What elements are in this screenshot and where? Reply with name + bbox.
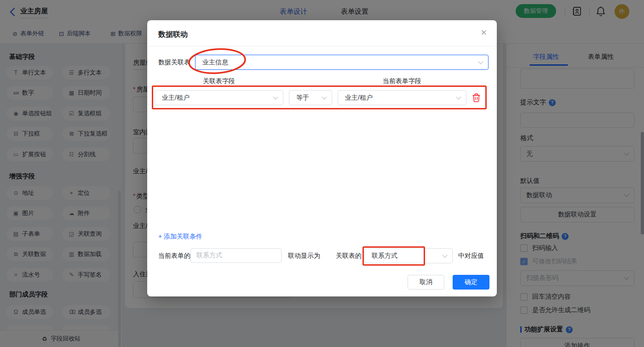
value-suffix-text: 中对应值 <box>458 248 484 263</box>
chevron-down-icon <box>322 94 327 99</box>
chevron-down-icon <box>478 59 483 64</box>
modal-header-divider <box>147 46 497 46</box>
close-icon[interactable]: × <box>481 28 487 38</box>
relation-table-prefix: 关联表的 <box>336 248 362 263</box>
condition-operator-select[interactable]: 等于 <box>289 90 332 105</box>
chevron-down-icon <box>273 94 278 99</box>
add-condition-link[interactable]: + 添加关联条件 <box>158 233 202 241</box>
condition-left-field-select[interactable]: 业主/租户 <box>155 90 283 105</box>
chevron-down-icon <box>456 94 461 99</box>
data-linkage-modal: 数据联动 × 数据关联表 业主信息 关联表字段 当前表单字段 业主/租户 等于 … <box>147 20 497 296</box>
relation-table-select[interactable]: 业主信息 <box>195 55 489 70</box>
current-field-input[interactable]: 联系方式 <box>190 248 282 263</box>
delete-condition-trash-icon[interactable] <box>472 93 481 102</box>
chevron-down-icon <box>442 252 447 257</box>
confirm-button[interactable]: 确定 <box>453 275 489 290</box>
linkage-display-text: 联动显示为 <box>288 248 320 263</box>
relation-table-label: 数据关联表 <box>158 55 190 69</box>
condition-right-field-select[interactable]: 业主/租户 <box>338 90 466 105</box>
current-form-prefix: 当前表单的 <box>158 248 190 263</box>
cancel-button[interactable]: 取消 <box>408 275 444 290</box>
column-header-current-field: 当前表单字段 <box>338 77 466 85</box>
column-header-relation-field: 关联表字段 <box>155 77 283 85</box>
modal-title: 数据联动 <box>158 30 188 40</box>
relation-field-select[interactable]: 联系方式 <box>364 248 453 263</box>
form-designer-app: 业主房屋 表单设计 表单设置 数据管理 作 ⊘ 表单外链 ⊡ 后端脚本 <box>0 0 644 347</box>
